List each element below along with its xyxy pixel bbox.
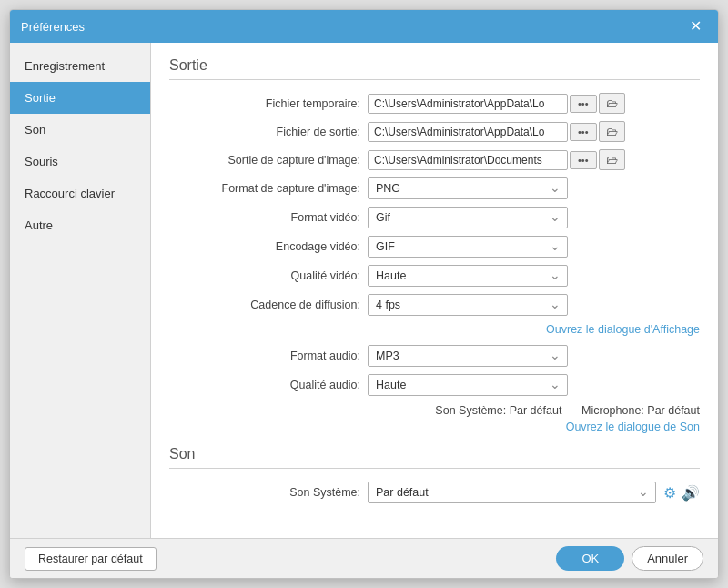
format-audio-label: Format audio:	[169, 350, 360, 362]
sidebar: Enregistrement Sortie Son Souris Raccour…	[10, 43, 151, 538]
son-link[interactable]: Ouvrez le dialogue de Son	[566, 421, 700, 433]
fichier-sortie-label: Fichier de sortie:	[169, 126, 360, 138]
cadence-label: Cadence de diffusion:	[169, 299, 360, 311]
sortie-capture-dots-button[interactable]: •••	[570, 151, 597, 169]
cadence-row: Cadence de diffusion: 4 fps 8 fps 15 fps…	[169, 294, 700, 316]
qualite-audio-select[interactable]: Haute Moyenne Basse	[368, 374, 568, 396]
son-info-row: Son Système: Par défaut Microphone: Par …	[169, 403, 700, 417]
sidebar-item-sortie[interactable]: Sortie	[10, 82, 150, 114]
encodage-video-select[interactable]: GIF H264 H265	[368, 236, 568, 258]
format-capture-label: Format de capture d'image:	[169, 182, 360, 195]
close-button[interactable]: ✕	[684, 17, 707, 35]
qualite-audio-row: Qualité audio: Haute Moyenne Basse	[169, 374, 700, 396]
dialog-body: Enregistrement Sortie Son Souris Raccour…	[10, 43, 718, 538]
son-icons-group: ⚙ 🔊	[663, 484, 700, 502]
fichier-sortie-row: Fichier de sortie: ••• 🗁	[169, 121, 700, 142]
restore-button[interactable]: Restaurer par défaut	[25, 547, 157, 571]
action-buttons: OK Annuler	[556, 546, 703, 571]
preferences-dialog: Préférences ✕ Enregistrement Sortie Son …	[9, 9, 719, 579]
speaker-icon[interactable]: 🔊	[682, 484, 700, 502]
sortie-capture-input-group: ••• 🗁	[368, 149, 700, 170]
fichier-temporaire-input-group: ••• 🗁	[368, 93, 700, 114]
qualite-audio-select-wrapper: Haute Moyenne Basse	[368, 374, 568, 396]
affichage-link-row: Ouvrez le dialogue d'Affichage	[169, 323, 700, 336]
fichier-temporaire-folder-button[interactable]: 🗁	[599, 93, 625, 114]
format-video-select[interactable]: Gif MP4 AVI MOV	[368, 207, 568, 228]
encodage-video-select-wrapper: GIF H264 H265	[368, 236, 568, 258]
title-bar: Préférences ✕	[10, 10, 718, 43]
bottom-bar: Restaurer par défaut OK Annuler	[10, 538, 718, 578]
section1-title: Sortie	[169, 57, 700, 80]
fichier-sortie-input-group: ••• 🗁	[368, 121, 700, 142]
qualite-video-select-wrapper: Haute Moyenne Basse	[368, 265, 568, 287]
format-video-label: Format vidéo:	[169, 211, 360, 224]
dialog-title: Préférences	[21, 20, 85, 34]
format-audio-select[interactable]: MP3 AAC WAV	[368, 345, 568, 367]
sidebar-item-raccourci-clavier[interactable]: Raccourci clavier	[10, 177, 150, 209]
son-systeme-select-wrapper: Par défaut	[368, 482, 656, 503]
fichier-temporaire-row: Fichier temporaire: ••• 🗁	[169, 93, 700, 114]
son-systeme-info-label: Son Système: Par défaut	[435, 404, 561, 417]
fichier-temporaire-label: Fichier temporaire:	[169, 97, 360, 110]
format-capture-select[interactable]: PNG JPG BMP GIF	[368, 177, 568, 199]
sortie-capture-input[interactable]	[368, 150, 568, 170]
ok-button[interactable]: OK	[556, 546, 624, 571]
fichier-sortie-folder-button[interactable]: 🗁	[599, 121, 625, 142]
sidebar-item-autre[interactable]: Autre	[10, 209, 150, 241]
encodage-video-label: Encodage vidéo:	[169, 240, 360, 253]
fichier-temporaire-input[interactable]	[368, 94, 568, 114]
sidebar-item-son[interactable]: Son	[10, 114, 150, 146]
qualite-video-label: Qualité vidéo:	[169, 269, 360, 282]
sortie-capture-row: Sortie de capture d'image: ••• 🗁	[169, 149, 700, 170]
gear-icon[interactable]: ⚙	[663, 484, 676, 502]
format-audio-row: Format audio: MP3 AAC WAV	[169, 345, 700, 367]
cadence-select-wrapper: 4 fps 8 fps 15 fps 30 fps	[368, 294, 568, 316]
format-capture-row: Format de capture d'image: PNG JPG BMP G…	[169, 177, 700, 199]
microphone-info-label: Microphone: Par défaut	[581, 404, 700, 417]
format-video-select-wrapper: Gif MP4 AVI MOV	[368, 207, 568, 228]
encodage-video-row: Encodage vidéo: GIF H264 H265	[169, 236, 700, 258]
sortie-capture-label: Sortie de capture d'image:	[169, 154, 360, 167]
affichage-link[interactable]: Ouvrez le dialogue d'Affichage	[546, 323, 700, 336]
fichier-sortie-input[interactable]	[368, 122, 568, 142]
son-link-row: Ouvrez le dialogue de Son	[169, 421, 700, 433]
cadence-select[interactable]: 4 fps 8 fps 15 fps 30 fps	[368, 294, 568, 316]
fichier-sortie-dots-button[interactable]: •••	[570, 123, 597, 141]
fichier-temporaire-dots-button[interactable]: •••	[570, 95, 597, 113]
sortie-capture-folder-button[interactable]: 🗁	[599, 149, 625, 170]
section2-son-label: Son Système:	[169, 486, 360, 499]
format-capture-select-wrapper: PNG JPG BMP GIF	[368, 177, 568, 199]
sidebar-item-souris[interactable]: Souris	[10, 146, 150, 177]
cancel-button[interactable]: Annuler	[632, 546, 703, 571]
sidebar-item-enregistrement[interactable]: Enregistrement	[10, 50, 150, 82]
qualite-audio-label: Qualité audio:	[169, 379, 360, 391]
qualite-video-select[interactable]: Haute Moyenne Basse	[368, 265, 568, 287]
main-content: Sortie Fichier temporaire: ••• 🗁 Fichier…	[151, 43, 718, 538]
section2: Son Son Système: Par défaut ⚙ 🔊	[169, 446, 700, 503]
format-video-row: Format vidéo: Gif MP4 AVI MOV	[169, 207, 700, 228]
son-systeme-select[interactable]: Par défaut	[368, 482, 656, 503]
section2-son-row: Son Système: Par défaut ⚙ 🔊	[169, 482, 700, 503]
section2-title: Son	[169, 446, 700, 469]
qualite-video-row: Qualité vidéo: Haute Moyenne Basse	[169, 265, 700, 287]
format-audio-select-wrapper: MP3 AAC WAV	[368, 345, 568, 367]
